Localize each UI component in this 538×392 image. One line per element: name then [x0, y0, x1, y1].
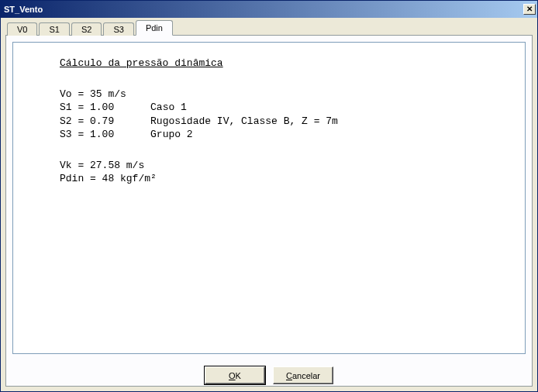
button-row: OK Cancelar: [6, 360, 532, 386]
titlebar: ST_Vento ✕: [1, 1, 537, 18]
window-title: ST_Vento: [4, 5, 43, 14]
content-heading: Cálculo da pressão dinâmica: [60, 57, 517, 70]
close-button[interactable]: ✕: [523, 4, 536, 15]
close-icon: ✕: [526, 5, 533, 13]
tab-pdin[interactable]: Pdin: [136, 20, 173, 36]
row-vk: Vk = 27.58 m/s: [60, 159, 517, 173]
tab-strip: V0 S1 S2 S3 Pdin: [7, 19, 533, 35]
params-block: Vo = 35 m/s S1 = 1.00 Caso 1 S2 = 0.79 R…: [60, 88, 517, 142]
row-s3: S3 = 1.00 Grupo 2: [60, 128, 517, 142]
row-s2: S2 = 0.79 Rugosidade IV, Classe B, Z = 7…: [60, 115, 517, 129]
tab-page: Cálculo da pressão dinâmica Vo = 35 m/s …: [5, 35, 533, 387]
client-area: V0 S1 S2 S3 Pdin Cálculo da pressão dinâ…: [1, 18, 537, 391]
cancel-button[interactable]: Cancelar: [273, 366, 333, 384]
content-frame: Cálculo da pressão dinâmica Vo = 35 m/s …: [12, 42, 526, 354]
window: ST_Vento ✕ V0 S1 S2 S3 Pdin Cálculo da p…: [0, 0, 538, 392]
tab-s3[interactable]: S3: [103, 22, 133, 36]
row-s1: S1 = 1.00 Caso 1: [60, 101, 517, 115]
row-vo: Vo = 35 m/s: [60, 88, 517, 101]
tab-v0[interactable]: V0: [7, 22, 37, 36]
results-block: Vk = 27.58 m/s Pdin = 48 kgf/m²: [60, 159, 517, 186]
tab-s1[interactable]: S1: [39, 22, 69, 36]
row-pdin: Pdin = 48 kgf/m²: [60, 172, 517, 186]
ok-button[interactable]: OK: [205, 366, 265, 384]
tab-s2[interactable]: S2: [71, 22, 102, 36]
